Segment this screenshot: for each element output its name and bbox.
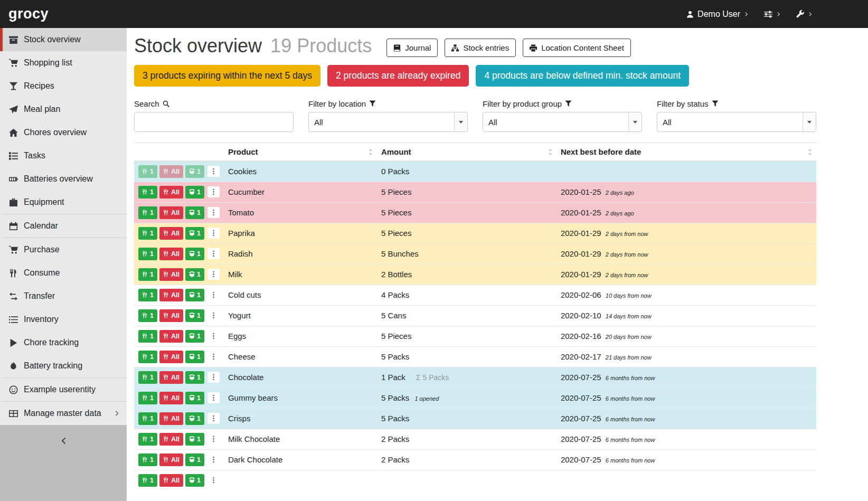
consume-all-button[interactable]: All: [159, 351, 183, 363]
admin-menu[interactable]: [796, 10, 813, 18]
row-menu-button[interactable]: [207, 433, 220, 445]
sidebar-item-calendar[interactable]: Calendar: [0, 214, 127, 238]
row-menu-button[interactable]: [207, 248, 220, 259]
amount-column-header[interactable]: Amount: [377, 143, 556, 162]
filter-select[interactable]: All: [657, 112, 816, 132]
row-menu-button[interactable]: [207, 310, 220, 321]
sidebar-item-transfer[interactable]: Transfer: [0, 285, 127, 308]
consume-one-button[interactable]: 1: [138, 206, 157, 219]
consume-one-button[interactable]: 1: [138, 248, 157, 260]
user-menu[interactable]: Demo User: [686, 10, 749, 19]
consume-all-button[interactable]: All: [159, 433, 183, 446]
sidebar-item-batteries-overview[interactable]: Batteries overview: [0, 167, 127, 191]
consume-all-button[interactable]: All: [159, 453, 183, 466]
consume-all-button[interactable]: All: [159, 227, 183, 240]
consume-all-button[interactable]: All: [159, 392, 183, 404]
sidebar-collapse-button[interactable]: [0, 425, 127, 501]
consume-one-button[interactable]: 1: [138, 371, 157, 384]
sidebar-item-manage-master-data[interactable]: Manage master data: [0, 402, 127, 425]
consume-one-button[interactable]: 1: [138, 268, 157, 281]
row-menu-button[interactable]: [207, 475, 220, 486]
consume-one-button[interactable]: 1: [138, 289, 157, 301]
row-menu-button[interactable]: [207, 289, 220, 300]
consume-one-button[interactable]: 1: [138, 433, 157, 446]
sidebar-item-example-userentity[interactable]: Example userentity: [0, 378, 127, 402]
consume-one-button[interactable]: 1: [138, 412, 157, 425]
consume-one-button[interactable]: 1: [138, 186, 157, 198]
open-one-button[interactable]: 1: [185, 392, 204, 404]
open-one-button[interactable]: 1: [185, 309, 204, 322]
open-one-button[interactable]: 1: [185, 186, 204, 198]
settings-menu[interactable]: [764, 10, 781, 18]
product-column-label: Product: [228, 147, 258, 156]
sidebar-item-meal-plan[interactable]: Meal plan: [0, 98, 127, 121]
open-one-button[interactable]: 1: [185, 330, 204, 343]
open-one-button[interactable]: 1: [185, 227, 204, 240]
row-menu-button[interactable]: [207, 207, 220, 218]
consume-one-button[interactable]: 1: [138, 474, 157, 487]
open-one-button[interactable]: 1: [185, 268, 204, 281]
consume-all-button[interactable]: All: [159, 412, 183, 425]
consume-one-button[interactable]: 1: [138, 165, 157, 178]
consume-all-button[interactable]: All: [159, 330, 183, 343]
sidebar-item-tasks[interactable]: Tasks: [0, 144, 127, 167]
sidebar-item-equipment[interactable]: Equipment: [0, 191, 127, 214]
row-menu-button[interactable]: [207, 372, 220, 383]
sidebar-item-purchase[interactable]: Purchase: [0, 238, 127, 261]
row-menu-button[interactable]: [207, 330, 220, 342]
alert-badge[interactable]: 2 products are already expired: [327, 65, 469, 87]
sidebar-item-chore-tracking[interactable]: Chore tracking: [0, 331, 127, 354]
consume-all-button[interactable]: All: [159, 165, 183, 178]
consume-all-button[interactable]: All: [159, 474, 183, 487]
consume-all-button[interactable]: All: [159, 371, 183, 384]
sidebar-item-inventory[interactable]: Inventory: [0, 308, 127, 331]
open-one-button[interactable]: 1: [185, 412, 204, 425]
sidebar-item-battery-tracking[interactable]: Battery tracking: [0, 354, 127, 378]
open-one-button[interactable]: 1: [185, 206, 204, 219]
alert-badge[interactable]: 4 products are below defined min. stock …: [476, 65, 689, 87]
consume-one-button[interactable]: 1: [138, 330, 157, 343]
open-one-button[interactable]: 1: [185, 165, 204, 178]
consume-one-button[interactable]: 1: [138, 453, 157, 466]
row-menu-button[interactable]: [207, 454, 220, 465]
sidebar-item-shopping-list[interactable]: Shopping list: [0, 51, 127, 74]
open-one-button[interactable]: 1: [185, 248, 204, 260]
row-menu-button[interactable]: [207, 392, 220, 403]
row-menu-button[interactable]: [207, 269, 220, 280]
sidebar-item-recipes[interactable]: Recipes: [0, 74, 127, 98]
consume-all-button[interactable]: All: [159, 248, 183, 260]
row-menu-button[interactable]: [207, 228, 220, 239]
open-one-button[interactable]: 1: [185, 474, 204, 487]
filter-select[interactable]: All: [483, 112, 642, 132]
sidebar-item-chores-overview[interactable]: Chores overview: [0, 121, 127, 144]
consume-all-button[interactable]: All: [159, 186, 183, 198]
consume-all-button[interactable]: All: [159, 206, 183, 219]
row-menu-button[interactable]: [207, 351, 220, 362]
consume-one-button[interactable]: 1: [138, 309, 157, 322]
open-one-button[interactable]: 1: [185, 453, 204, 466]
filter-select[interactable]: All: [308, 112, 468, 132]
open-one-button[interactable]: 1: [185, 433, 204, 446]
open-one-button[interactable]: 1: [185, 351, 204, 363]
sidebar-item-stock-overview[interactable]: Stock overview: [0, 28, 127, 51]
product-column-header[interactable]: Product: [224, 143, 377, 162]
consume-all-button[interactable]: All: [159, 309, 183, 322]
grocy-logo[interactable]: grocy: [8, 6, 49, 22]
consume-all-button[interactable]: All: [159, 268, 183, 281]
open-one-button[interactable]: 1: [185, 289, 204, 301]
toolbar-button[interactable]: Location Content Sheet: [523, 39, 631, 57]
consume-all-button[interactable]: All: [159, 289, 183, 301]
row-menu-button[interactable]: [207, 413, 220, 424]
sidebar-item-consume[interactable]: Consume: [0, 261, 127, 285]
toolbar-button[interactable]: Journal: [386, 39, 438, 57]
search-input[interactable]: [134, 112, 294, 132]
row-menu-button[interactable]: [207, 166, 220, 177]
consume-one-button[interactable]: 1: [138, 392, 157, 404]
row-menu-button[interactable]: [207, 186, 220, 197]
consume-one-button[interactable]: 1: [138, 351, 157, 363]
consume-one-button[interactable]: 1: [138, 227, 157, 240]
alert-badge[interactable]: 3 products expiring within the next 5 da…: [134, 65, 320, 87]
toolbar-button[interactable]: Stock entries: [445, 39, 516, 57]
bbd-column-header[interactable]: Next best before date: [556, 143, 816, 162]
open-one-button[interactable]: 1: [185, 371, 204, 384]
